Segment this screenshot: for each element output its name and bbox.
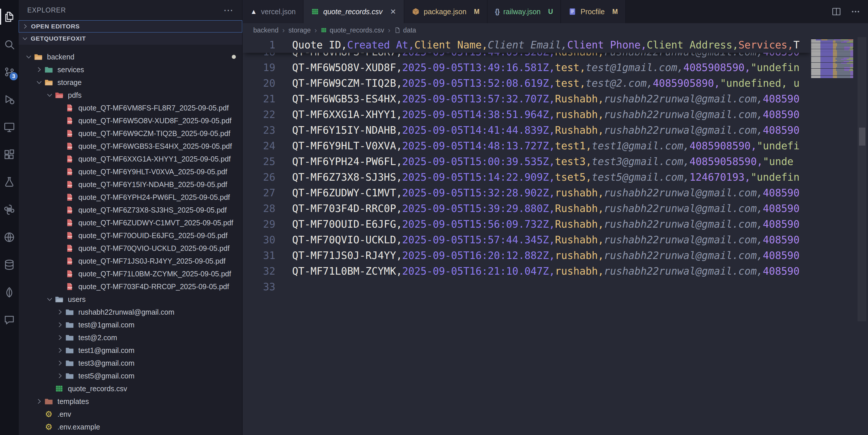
line-number: 26 — [243, 169, 275, 185]
tree-item-test3-gmail-com[interactable]: test3@gmail.com — [19, 357, 242, 369]
line-number: 21 — [243, 91, 275, 107]
tree-item-users[interactable]: users — [19, 293, 242, 306]
mongodb-icon[interactable] — [0, 278, 19, 306]
code-line-19[interactable]: 19QT-MF6W5O8V-XUD8F,2025-09-05T13:49:16.… — [243, 60, 811, 75]
chevron-down-icon — [24, 53, 33, 61]
code-line-26[interactable]: 26QT-MF6Z73X8-SJ3HS,2025-09-05T15:14:22.… — [243, 169, 811, 185]
breadcrumb-item-backend[interactable]: backend — [253, 26, 279, 34]
tree-item-quote-qt-mf6vm8fs-fl8r7-2025-09-05-pdf[interactable]: PDFquote_QT-MF6VM8FS-FL8R7_2025-09-05.pd… — [19, 101, 242, 114]
code-line-30[interactable]: 30QT-MF70QVIO-UCKLD,2025-09-05T15:57:44.… — [243, 232, 811, 248]
breadcrumb-item-data[interactable]: data — [394, 26, 416, 34]
run-and-debug-icon[interactable] — [0, 86, 19, 113]
folder-icon — [65, 346, 74, 355]
code-line-1[interactable]: 1Quote ID,Created At,Client Name,Client … — [243, 37, 811, 53]
tree-item-backend[interactable]: backend — [19, 51, 242, 63]
scrollbar-thumb[interactable] — [858, 37, 866, 321]
tab-quote-records-csv[interactable]: quote_records.csv✕ — [304, 0, 404, 23]
close-icon[interactable]: ✕ — [390, 7, 396, 16]
open-editors-section[interactable]: OPEN EDITORS — [19, 20, 242, 32]
code-line-27[interactable]: 27QT-MF6ZUDWY-C1MVT,2025-09-05T15:32:28.… — [243, 185, 811, 201]
tree-item-test1-gmail-com[interactable]: test1@gmail.com — [19, 344, 242, 357]
code-line-24[interactable]: 24QT-MF6Y9HLT-V0XVA,2025-09-05T14:48:13.… — [243, 138, 811, 154]
tree-item-test5-gmail-com[interactable]: test5@gmail.com — [19, 369, 242, 382]
tab-railway-json[interactable]: {}railway.jsonU — [487, 0, 561, 23]
explorer-icon[interactable] — [0, 3, 19, 30]
file-icon — [394, 27, 401, 33]
explorer-header: EXPLORER ⋯ — [19, 0, 242, 20]
split-editor-icon[interactable] — [832, 7, 841, 17]
code-line-32[interactable]: 32QT-MF71L0BM-ZCYMK,2025-09-05T16:21:10.… — [243, 263, 811, 279]
package-icon — [412, 7, 420, 15]
folder-icon — [44, 65, 53, 74]
tree-item-quote-qt-mf703f4d-rrc0p-2025-09-05-pdf[interactable]: PDFquote_QT-MF703F4D-RRC0P_2025-09-05.pd… — [19, 280, 242, 293]
tree-item-quote-qt-mf70ouid-e6jfg-2025-09-05-pdf[interactable]: PDFquote_QT-MF70OUID-E6JFG_2025-09-05.pd… — [19, 229, 242, 242]
csv-field: test, — [555, 77, 585, 89]
tree-item-quote-qt-mf6z73x8-sj3hs-2025-09-05-pdf[interactable]: PDFquote_QT-MF6Z73X8-SJ3HS_2025-09-05.pd… — [19, 204, 242, 216]
tree-item-services[interactable]: services — [19, 63, 242, 76]
csv-field: Rushabh, — [555, 218, 604, 230]
tree-item-quote-records-csv[interactable]: quote_records.csv — [19, 382, 242, 395]
code-line-25[interactable]: 25QT-MF6YPH24-PW6FL,2025-09-05T15:00:39.… — [243, 154, 811, 169]
tab-package-json[interactable]: package.jsonM — [404, 0, 488, 23]
minimap-line — [811, 69, 855, 70]
database-icon[interactable] — [0, 251, 19, 278]
tree-item-test-2-com[interactable]: test@2.com — [19, 331, 242, 344]
tree-item-quote-qt-mf6zudwy-c1mvt-2025-09-05-pdf[interactable]: PDFquote_QT-MF6ZUDWY-C1MVT_2025-09-05.pd… — [19, 216, 242, 229]
tree-item-quote-qt-mf6w9czm-tiq2b-2025-09-05-pdf[interactable]: PDFquote_QT-MF6W9CZM-TIQ2B_2025-09-05.pd… — [19, 127, 242, 140]
tree-item-env-example[interactable]: ⚙.env.example — [19, 421, 242, 433]
tree-item-quote-qt-mf71js0j-rj4yy-2025-09-05-pdf[interactable]: PDFquote_QT-MF71JS0J-RJ4YY_2025-09-05.pd… — [19, 255, 242, 268]
tree-item-quote-qt-mf6y9hlt-v0xva-2025-09-05-pdf[interactable]: PDFquote_QT-MF6Y9HLT-V0XVA_2025-09-05.pd… — [19, 165, 242, 178]
remote-explorer-icon[interactable] — [0, 113, 19, 141]
tree-item-test-1gmail-com[interactable]: test@1gmail.com — [19, 318, 242, 331]
tree-item-storage[interactable]: storage — [19, 76, 242, 89]
tree-item-quote-qt-mf6xxg1a-xhyy1-2025-09-05-pdf[interactable]: PDFquote_QT-MF6XXG1A-XHYY1_2025-09-05.pd… — [19, 153, 242, 165]
source-control-icon[interactable]: 3 — [0, 58, 19, 86]
editor[interactable]: 1Quote ID,Created At,Client Name,Client … — [243, 37, 868, 435]
minimap[interactable] — [811, 39, 855, 80]
code-line-33[interactable]: 33 — [243, 279, 811, 294]
python-icon[interactable] — [0, 196, 19, 223]
csv-field: Rushabh, — [555, 93, 604, 105]
minimap-line — [811, 76, 855, 77]
tree-item-quote-qt-mf6w5o8v-xud8f-2025-09-05-pdf[interactable]: PDFquote_QT-MF6W5O8V-XUD8F_2025-09-05.pd… — [19, 114, 242, 127]
code-line-31[interactable]: 31QT-MF71JS0J-RJ4YY,2025-09-05T16:20:12.… — [243, 248, 811, 263]
code-line-28[interactable]: 28QT-MF703F4D-RRC0P,2025-09-05T15:39:29.… — [243, 201, 811, 216]
docker-icon[interactable] — [0, 223, 19, 251]
breadcrumb-item-quote-records-csv[interactable]: quote_records.csv — [320, 26, 384, 34]
tree-item-quote-qt-mf6y15iy-ndahb-2025-09-05-pdf[interactable]: PDFquote_QT-MF6Y15IY-NDAHB_2025-09-05.pd… — [19, 178, 242, 191]
code-line-20[interactable]: 20QT-MF6W9CZM-TIQ2B,2025-09-05T13:52:08.… — [243, 75, 811, 91]
testing-icon[interactable] — [0, 168, 19, 196]
scrollbar[interactable] — [855, 37, 868, 435]
code-line-23[interactable]: 23QT-MF6Y15IY-NDAHB,2025-09-05T14:41:44.… — [243, 122, 811, 138]
tab-procfile[interactable]: ProcfileM — [561, 0, 626, 23]
tree-item-env[interactable]: ⚙.env — [19, 408, 242, 421]
csv-field: 408590 — [763, 218, 800, 230]
open-editors-label: OPEN EDITORS — [31, 23, 80, 30]
chevron-right-icon — [35, 65, 43, 74]
tree-item-quote-qt-mf71l0bm-zcymk-2025-09-05-pdf[interactable]: PDFquote_QT-MF71L0BM-ZCYMK_2025-09-05.pd… — [19, 268, 242, 280]
code-line-29[interactable]: 29QT-MF70OUID-E6JFG,2025-09-05T15:56:09.… — [243, 216, 811, 232]
breadcrumb-item-storage[interactable]: storage — [288, 26, 311, 34]
tree-item-quote-qt-mf70qvio-uckld-2025-09-05-pdf[interactable]: PDFquote_QT-MF70QVIO-UCKLD_2025-09-05.pd… — [19, 242, 242, 255]
git-status-badge: U — [548, 8, 553, 15]
tree-item-templates[interactable]: templates — [19, 395, 242, 408]
code-lines: 18QT-MF6VM8FS-FL8R7,2025-09-05T13:44:09.… — [243, 44, 811, 294]
tree-item-quote-qt-mf6yph24-pw6fl-2025-09-05-pdf[interactable]: PDFquote_QT-MF6YPH24-PW6FL_2025-09-05.pd… — [19, 191, 242, 204]
tree-item-rushabh22runwal-gmail-com[interactable]: rushabh22runwal@gmail.com — [19, 306, 242, 318]
tree-item-label: quote_QT-MF6Y15IY-NDAHB_2025-09-05.pdf — [78, 180, 227, 189]
code-line-21[interactable]: 21QT-MF6WGB53-ES4HX,2025-09-05T13:57:32.… — [243, 91, 811, 107]
extensions-icon[interactable] — [0, 141, 19, 168]
code-line-22[interactable]: 22QT-MF6XXG1A-XHYY1,2025-09-05T14:38:51.… — [243, 107, 811, 122]
pdf-icon: PDF — [65, 256, 74, 266]
more-actions-icon[interactable] — [850, 7, 861, 17]
chat-icon[interactable] — [0, 306, 19, 334]
tree-item-quote-qt-mf6wgb53-es4hx-2025-09-05-pdf[interactable]: PDFquote_QT-MF6WGB53-ES4HX_2025-09-05.pd… — [19, 140, 242, 153]
workspace-section[interactable]: GETQUOTEFOXIT — [19, 32, 242, 45]
tree-item-pdfs[interactable]: pdfs — [19, 89, 242, 101]
search-icon[interactable] — [0, 30, 19, 58]
tree-item-label: quote_QT-MF6Z73X8-SJ3HS_2025-09-05.pdf — [78, 206, 226, 214]
csv-field: rushabh, — [555, 266, 604, 277]
csv-field: 2025-09-05T15:39:29.880Z, — [402, 203, 555, 214]
tab-vercel-json[interactable]: ▲vercel.json — [243, 0, 304, 23]
explorer-more-actions-icon[interactable]: ⋯ — [223, 7, 234, 13]
